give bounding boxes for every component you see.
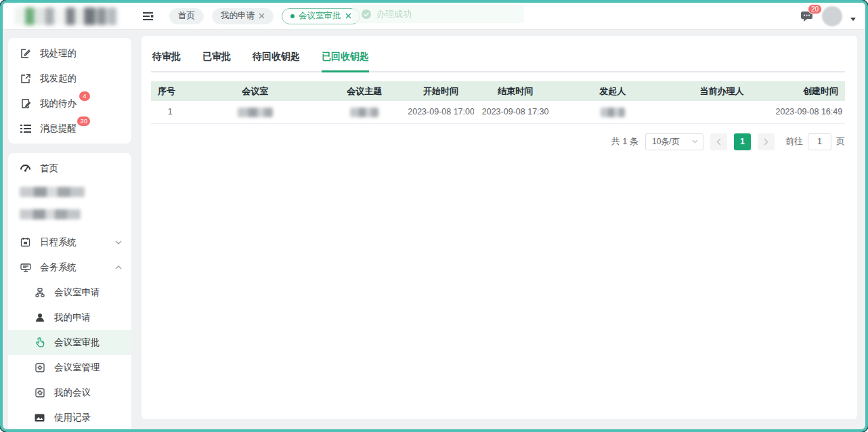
gear-square-icon <box>34 388 45 397</box>
redacted-label <box>20 187 85 197</box>
main-area: 待审批 已审批 待回收钥匙 已回收钥匙 序号 会议室 会议主题 <box>135 30 865 429</box>
avatar-dropdown-icon[interactable] <box>850 18 856 21</box>
sidebar-item-label: 我的申请 <box>54 311 91 324</box>
col-header-room: 会议室 <box>189 81 321 101</box>
redacted-room <box>238 108 273 117</box>
todo-badge: 4 <box>79 91 90 101</box>
close-tab-icon[interactable] <box>345 13 351 19</box>
sidebar-item-label: 会务系统 <box>40 261 77 274</box>
collapse-sidebar-icon[interactable] <box>142 11 154 22</box>
sidebar-item-room-management[interactable]: 会议室管理 <box>8 355 131 380</box>
image-icon <box>34 414 45 422</box>
breadcrumb-tab-label: 我的申请 <box>221 10 255 22</box>
col-header-seq: 序号 <box>151 81 189 101</box>
sidebar-item-label: 消息提醒20 <box>40 123 77 135</box>
sidebar-item-label: 我处理的 <box>40 47 77 60</box>
app-logo <box>15 7 116 25</box>
chevron-right-icon <box>764 138 768 146</box>
breadcrumb-tab-home[interactable]: 首页 <box>169 8 204 24</box>
meeting-table: 序号 会议室 会议主题 开始时间 结束时间 发起人 当前办理人 创建时间 1 <box>151 81 845 124</box>
col-header-initiator: 发起人 <box>557 81 668 101</box>
avatar[interactable] <box>822 6 842 26</box>
sidebar-item-label: 我的会议 <box>54 387 91 399</box>
redacted-topic <box>350 108 378 117</box>
tab-pending-approval[interactable]: 待审批 <box>152 48 181 71</box>
tab-approved[interactable]: 已审批 <box>202 48 231 71</box>
page-unit-label: 页 <box>836 135 845 148</box>
breadcrumb-tab-label: 会议室审批 <box>299 10 341 22</box>
sidebar-item-label: 我发起的 <box>40 72 77 85</box>
doc-edit-icon <box>20 98 31 109</box>
close-tab-icon[interactable] <box>259 13 265 19</box>
goto-page-input[interactable] <box>808 133 831 150</box>
edit-square-icon <box>20 48 31 59</box>
breadcrumb-tab-room-approval[interactable]: 会议室审批 <box>282 8 360 24</box>
cell-seq: 1 <box>151 101 189 123</box>
total-count: 共 1 条 <box>611 135 638 148</box>
next-page-button[interactable] <box>758 133 775 150</box>
sidebar-item-label: 会议室管理 <box>54 362 100 374</box>
breadcrumb: 首页 我的申请 会议室审批 <box>169 8 360 24</box>
cell-topic <box>321 101 408 123</box>
cell-initiator <box>557 101 668 123</box>
message-reminder-badge: 20 <box>77 116 90 126</box>
sidebar-menu-card: 首页 日程系统 <box>8 153 131 429</box>
gear-square-icon <box>34 363 45 372</box>
col-header-created: 创建时间 <box>776 81 846 101</box>
approval-tabs: 待审批 已审批 待回收钥匙 已回收钥匙 <box>151 48 845 72</box>
chevron-up-icon <box>115 265 122 269</box>
active-dot-icon <box>290 14 295 18</box>
sidebar-item-my-initiated[interactable]: 我发起的 <box>8 66 131 91</box>
sidebar-item-room-approval[interactable]: 会议室审批 <box>8 330 131 355</box>
col-header-end: 结束时间 <box>474 81 557 101</box>
sidebar-item-redacted[interactable] <box>8 181 131 203</box>
tab-keys-recovered[interactable]: 已回收钥匙 <box>322 48 369 71</box>
page-size-select[interactable]: 10条/页 <box>645 133 703 150</box>
tab-keys-to-recover[interactable]: 待回收钥匙 <box>253 48 300 71</box>
cell-start: 2023-09-08 17:00 <box>408 101 473 123</box>
chevron-left-icon <box>716 138 721 146</box>
sidebar-item-label: 我的待办4 <box>40 98 77 110</box>
sidebar-item-redacted[interactable] <box>8 203 131 225</box>
person-icon <box>34 313 45 322</box>
sidebar-item-usage-records[interactable]: 使用记录 <box>8 405 131 429</box>
sidebar-item-my-meetings[interactable]: 我的会议 <box>8 380 131 405</box>
breadcrumb-tab-label: 首页 <box>178 10 195 22</box>
breadcrumb-tab-my-applications[interactable]: 我的申请 <box>212 8 274 24</box>
calendar-icon <box>20 237 31 247</box>
sidebar-quick-card: 我处理的 我发起的 我的待办4 <box>8 38 131 144</box>
content-panel: 待审批 已审批 待回收钥匙 已回收钥匙 序号 会议室 会议主题 <box>142 36 857 419</box>
sidebar-item-my-todo[interactable]: 我的待办4 <box>8 91 131 116</box>
toast-text: 办理成功 <box>376 8 412 20</box>
col-header-handler: 当前办理人 <box>668 81 776 101</box>
sidebar-item-home[interactable]: 首页 <box>8 156 131 181</box>
sidebar-item-my-application[interactable]: 我的申请 <box>8 305 131 330</box>
prev-page-button[interactable] <box>710 133 727 150</box>
chevron-down-icon <box>115 240 122 244</box>
cell-created: 2023-09-08 16:49 <box>776 101 846 123</box>
col-header-topic: 会议主题 <box>321 81 408 101</box>
page-size-value: 10条/页 <box>652 136 680 148</box>
sidebar-item-meeting-system[interactable]: 会务系统 <box>8 255 131 280</box>
share-square-icon <box>20 73 31 84</box>
app-window: 首页 我的申请 会议室审批 <box>0 0 868 432</box>
sidebar-item-label: 会议室审批 <box>54 337 100 349</box>
sidebar-item-message-reminder[interactable]: 消息提醒20 <box>8 116 131 141</box>
sidebar-item-my-processed[interactable]: 我处理的 <box>8 41 131 66</box>
flow-icon <box>34 288 45 297</box>
page-number-1[interactable]: 1 <box>734 133 751 150</box>
message-icon[interactable]: 20 <box>800 10 814 22</box>
sidebar-item-room-application[interactable]: 会议室申请 <box>8 280 131 305</box>
cell-end: 2023-09-08 17:30 <box>474 101 557 123</box>
cell-handler <box>668 101 776 123</box>
sidebar: 我处理的 我发起的 我的待办4 <box>3 30 135 429</box>
board-icon <box>20 263 31 272</box>
table-row: 1 2023-09-08 17:00 2023-09-08 17:30 2023… <box>151 101 845 123</box>
table-header-row: 序号 会议室 会议主题 开始时间 结束时间 发起人 当前办理人 创建时间 <box>151 81 845 101</box>
header-right: 20 <box>800 6 856 26</box>
sidebar-item-label: 使用记录 <box>54 412 91 424</box>
sidebar-item-schedule-system[interactable]: 日程系统 <box>8 230 131 255</box>
goto-label: 前往 <box>785 135 803 148</box>
col-header-start: 开始时间 <box>408 81 473 101</box>
sidebar-item-label: 会议室申请 <box>54 286 100 299</box>
